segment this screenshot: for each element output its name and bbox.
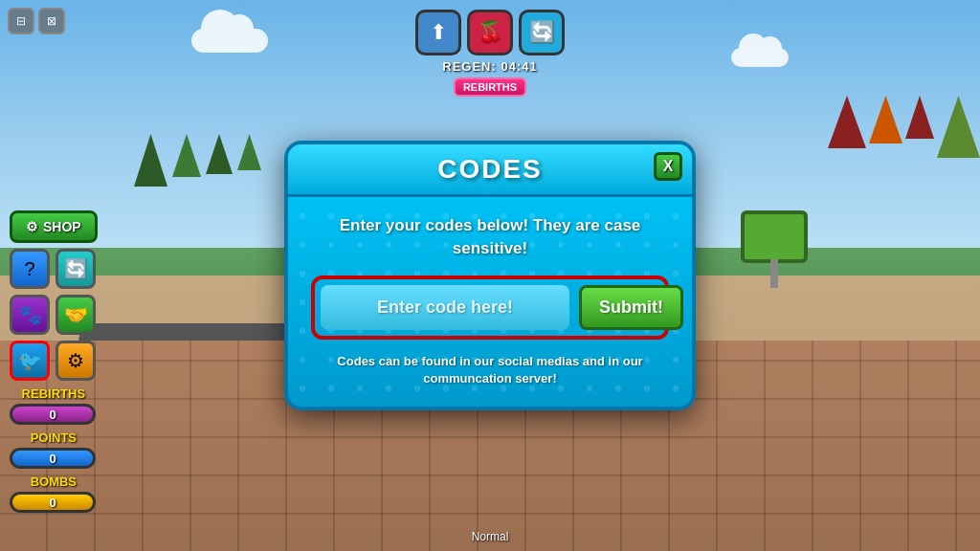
codes-title: CODES — [437, 154, 543, 184]
codes-title-bar: CODES — [288, 144, 692, 197]
codes-footer: Codes can be found in our social medias … — [311, 353, 669, 387]
submit-button[interactable]: Submit! — [579, 285, 683, 330]
codes-modal: CODES X Enter your codes below! They are… — [284, 141, 696, 410]
codes-description: Enter your codes below! They are case se… — [311, 214, 669, 260]
close-button[interactable]: X — [654, 152, 682, 181]
modal-body: Enter your codes below! They are case se… — [288, 197, 692, 387]
code-input[interactable] — [321, 285, 569, 330]
modal-overlay: CODES X Enter your codes below! They are… — [0, 0, 980, 551]
bottom-label: Normal — [472, 530, 509, 543]
input-row: Submit! — [311, 276, 669, 340]
